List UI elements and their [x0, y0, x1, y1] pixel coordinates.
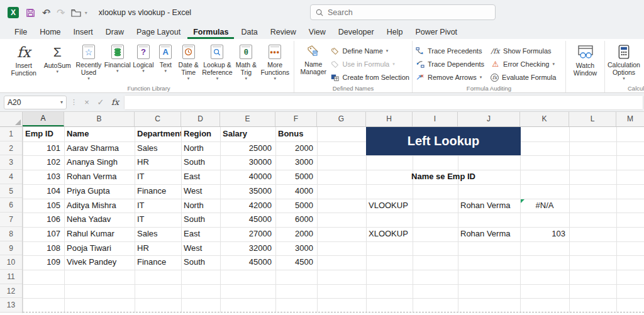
cell-e4[interactable]: 40000 [220, 170, 275, 184]
cell-a5[interactable]: 104 [23, 184, 64, 199]
date-time-button[interactable]: Date & Time ▾ [176, 42, 201, 81]
cell-a6[interactable]: 105 [23, 199, 64, 213]
cell-f6[interactable]: 5000 [275, 199, 317, 213]
row-header[interactable]: 3 [0, 155, 22, 170]
show-formulas-button[interactable]: ∕fx Show Formulas [491, 45, 556, 57]
cell-c4[interactable]: IT [135, 170, 181, 184]
column-header-a[interactable]: A [23, 112, 64, 126]
tab-data[interactable]: Data [235, 26, 263, 39]
cell-f1[interactable]: Bonus [275, 127, 317, 141]
tab-view[interactable]: View [303, 26, 331, 39]
cell-j8-xlookup-value[interactable]: Rohan Verma [458, 227, 520, 241]
more-functions-button[interactable]: ••• More Functions ▾ [258, 42, 291, 81]
logical-button[interactable]: ? Logical ▾ [131, 42, 155, 74]
cell-d8[interactable]: East [181, 227, 220, 241]
lookup-panel-title[interactable]: Left Lookup [366, 127, 521, 155]
cell-e9[interactable]: 32000 [220, 241, 275, 256]
cell-a3[interactable]: 102 [23, 155, 64, 170]
cell-f2[interactable]: 2000 [275, 141, 317, 156]
cell-k6-vlookup-result[interactable]: #N/A [520, 199, 569, 213]
select-all-corner[interactable] [0, 112, 23, 126]
calculation-options-button[interactable]: Calculation Options ▾ [608, 42, 640, 81]
cell-c9[interactable]: HR [135, 241, 181, 256]
column-header-d[interactable]: D [181, 112, 220, 126]
trace-dependents-button[interactable]: Trace Dependents [415, 58, 484, 70]
tab-page-layout[interactable]: Page Layout [131, 26, 186, 39]
evaluate-formula-button[interactable]: fx Evaluate Formula [491, 72, 556, 83]
cell-a2[interactable]: 101 [23, 141, 64, 156]
cell-b6[interactable]: Aditya Mishra [64, 199, 135, 213]
lookup-panel-subtitle[interactable]: Name se Emp ID [366, 170, 521, 184]
cell-b4[interactable]: Rohan Verma [64, 170, 135, 184]
watch-window-button[interactable]: Watch Window [569, 42, 602, 77]
row-header[interactable]: 1 [0, 127, 22, 141]
row-header[interactable]: 5 [0, 184, 22, 199]
column-header-e[interactable]: E [220, 112, 275, 126]
cell-b5[interactable]: Priya Gupta [64, 184, 135, 199]
cell-e1[interactable]: Salary [220, 127, 275, 141]
column-header-l[interactable]: L [569, 112, 616, 126]
row-header[interactable]: 2 [0, 141, 22, 156]
cell-f4[interactable]: 5000 [275, 170, 317, 184]
cell-c10[interactable]: Finance [135, 255, 181, 270]
formula-input[interactable] [125, 96, 643, 109]
insert-function-button[interactable]: fx Insert Function [6, 42, 41, 77]
cell-f7[interactable]: 6000 [275, 213, 317, 227]
remove-arrows-button[interactable]: ↗× Remove Arrows ▾ [415, 72, 484, 83]
tab-home[interactable]: Home [34, 26, 66, 39]
cell-h6-vlookup-label[interactable]: VLOOKUP [366, 199, 413, 213]
cell-e3[interactable]: 30000 [220, 155, 275, 170]
cell-f10[interactable]: 4500 [275, 255, 317, 270]
cell-e10[interactable]: 45000 [220, 255, 275, 270]
customize-qat-icon[interactable]: ▾ [85, 10, 87, 16]
row-header[interactable]: 8 [0, 227, 22, 241]
cell-f5[interactable]: 4000 [275, 184, 317, 199]
tab-file[interactable]: File [9, 26, 33, 39]
cell-b1[interactable]: Name [64, 127, 135, 141]
cell-b10[interactable]: Vivek Pandey [64, 255, 135, 270]
cell-c8[interactable]: Sales [135, 227, 181, 241]
column-header-i[interactable]: I [413, 112, 458, 126]
cell-f3[interactable]: 3000 [275, 155, 317, 170]
cell-k8-xlookup-result[interactable]: 103 [520, 227, 569, 241]
define-name-button[interactable]: Define Name ▾ [330, 45, 409, 57]
cell-a4[interactable]: 103 [23, 170, 64, 184]
row-header[interactable]: 7 [0, 213, 22, 227]
insert-function-fx-icon[interactable]: fx [109, 97, 121, 107]
row-header[interactable]: 10 [0, 255, 22, 270]
cell-d6[interactable]: North [181, 199, 220, 213]
cell-b9[interactable]: Pooja Tiwari [64, 241, 135, 256]
cell-e5[interactable]: 35000 [220, 184, 275, 199]
cell-a1[interactable]: Emp ID [23, 127, 64, 141]
cell-d9[interactable]: West [181, 241, 220, 256]
math-trig-button[interactable]: θ Math & Trig ▾ [233, 42, 258, 81]
cell-h8-xlookup-label[interactable]: XLOOKUP [366, 227, 413, 241]
create-from-selection-button[interactable]: Create from Selection [330, 72, 409, 83]
save-icon[interactable] [26, 8, 35, 18]
column-header-k[interactable]: K [520, 112, 569, 126]
tab-developer[interactable]: Developer [333, 26, 380, 39]
cell-c2[interactable]: Sales [135, 141, 181, 156]
cell-a8[interactable]: 107 [23, 227, 64, 241]
cell-b7[interactable]: Neha Yadav [64, 213, 135, 227]
tab-help[interactable]: Help [381, 26, 409, 39]
row-header[interactable]: 4 [0, 170, 22, 184]
cell-c5[interactable]: Finance [135, 184, 181, 199]
column-header-j[interactable]: J [458, 112, 520, 126]
name-manager-button[interactable]: Name Manager [297, 42, 330, 75]
cell-b3[interactable]: Ananya Singh [64, 155, 135, 170]
recently-used-button[interactable]: ☆ Recently Used ▾ [74, 42, 104, 81]
column-header-f[interactable]: F [275, 112, 317, 126]
column-header-b[interactable]: B [64, 112, 135, 126]
text-button[interactable]: A Text ▾ [155, 42, 176, 74]
column-header-m[interactable]: M [616, 112, 644, 126]
cell-a7[interactable]: 106 [23, 213, 64, 227]
tab-review[interactable]: Review [265, 26, 302, 39]
cell-a9[interactable]: 108 [23, 241, 64, 256]
cell-d4[interactable]: East [181, 170, 220, 184]
cell-j6-vlookup-value[interactable]: Rohan Verma [458, 199, 520, 213]
cell-d3[interactable]: South [181, 155, 220, 170]
undo-button[interactable]: ↶▾ [42, 7, 50, 19]
row-header[interactable]: 6 [0, 198, 22, 213]
trace-precedents-button[interactable]: Trace Precedents [415, 45, 484, 57]
